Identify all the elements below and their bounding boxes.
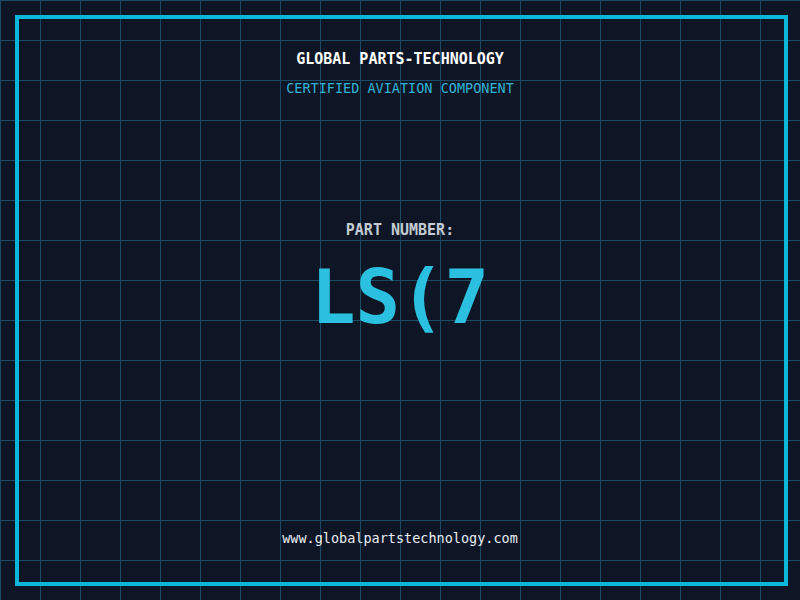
company-name: GLOBAL PARTS-TECHNOLOGY [0,50,800,68]
part-number-value: LS(7 [0,260,800,334]
website-url[interactable]: www.globalpartstechnology.com [0,530,800,546]
certification-subtitle: CERTIFIED AVIATION COMPONENT [0,80,800,96]
part-number-label: PART NUMBER: [0,221,800,239]
